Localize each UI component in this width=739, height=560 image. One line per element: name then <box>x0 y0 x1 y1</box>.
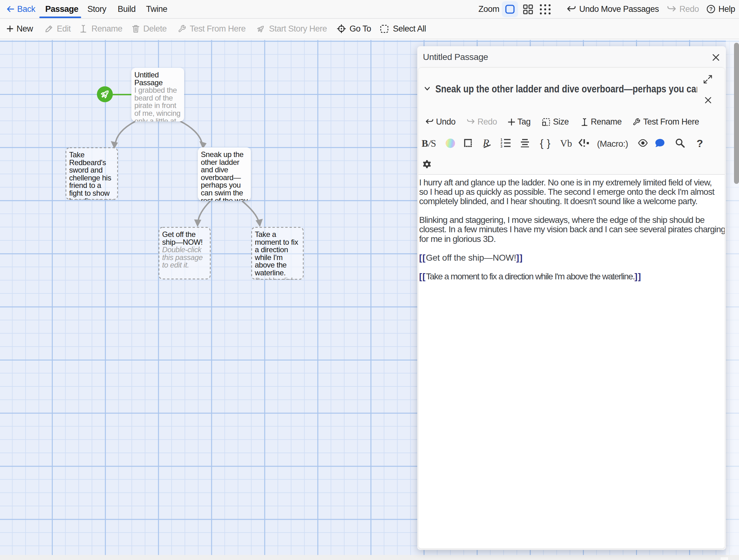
svg-text:3: 3 <box>500 145 502 148</box>
svg-text:1: 1 <box>500 138 502 141</box>
svg-text:?: ? <box>709 6 713 12</box>
svg-text:2: 2 <box>500 141 502 145</box>
